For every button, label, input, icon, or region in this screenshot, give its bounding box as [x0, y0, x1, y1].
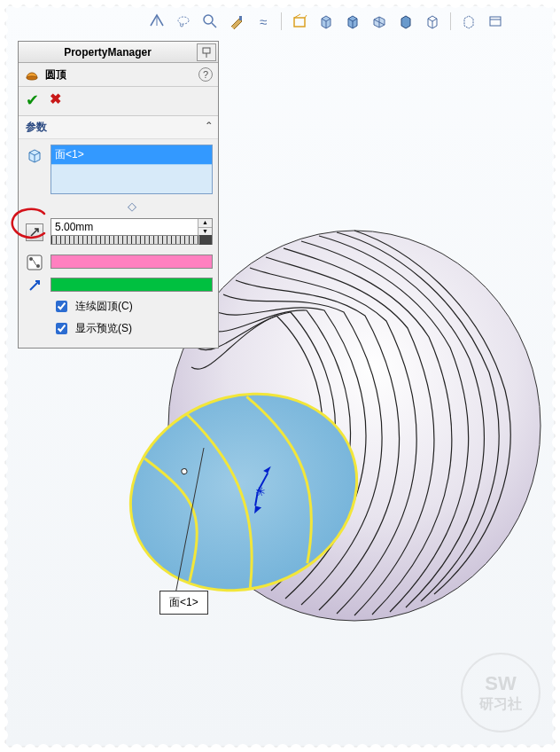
continuous-dome-checkbox[interactable] — [56, 301, 67, 312]
svg-rect-14 — [239, 16, 242, 20]
wireframe-icon[interactable] — [422, 11, 443, 32]
hidden-icon[interactable] — [458, 11, 479, 32]
approx-icon[interactable]: ≈ — [253, 11, 274, 32]
svg-point-11 — [178, 17, 189, 24]
spin-up[interactable]: ▲ — [198, 219, 212, 228]
svg-line-13 — [212, 23, 216, 27]
plane-icon[interactable] — [146, 11, 167, 32]
panel-title-text: PropertyManager — [19, 46, 197, 59]
heads-up-toolbar: ≈ — [146, 11, 506, 32]
cube2-icon[interactable] — [342, 11, 363, 32]
feature-name: 圆顶 — [45, 67, 198, 82]
draft-icon[interactable] — [289, 11, 310, 32]
expand-indicator: ◇ — [51, 200, 213, 213]
face-item[interactable]: 面<1> — [51, 145, 212, 165]
section-params-header[interactable]: 参数 ˆ — [19, 116, 218, 139]
cancel-button[interactable]: ✖ — [50, 90, 61, 110]
show-preview-row[interactable]: 显示预览(S) — [52, 320, 213, 337]
distance-input[interactable] — [51, 219, 198, 235]
constraint-icon — [26, 254, 43, 271]
brush-icon[interactable] — [226, 11, 247, 32]
distance-input-group: ▲ ▼ — [51, 218, 213, 236]
face-selection-list[interactable]: 面<1> — [51, 145, 213, 194]
cube1-icon[interactable] — [315, 11, 337, 32]
property-manager-panel: PropertyManager 圆顶 ? ✔ ✖ 参数 ˆ 面<1> ◇ — [18, 41, 219, 349]
color-swatch-green[interactable] — [51, 278, 213, 292]
callout-text: 面<1> — [169, 596, 198, 608]
feature-row: 圆顶 ? — [19, 63, 218, 87]
confirm-row: ✔ ✖ — [19, 87, 218, 116]
show-preview-label: 显示预览(S) — [75, 321, 132, 336]
separator — [450, 12, 451, 30]
direction-arrow-icon — [27, 278, 42, 293]
section-title: 参数 — [26, 120, 206, 135]
face-callout[interactable]: 面<1> — [159, 591, 208, 615]
isometric-icon[interactable] — [369, 11, 390, 32]
svg-line-17 — [305, 15, 307, 18]
distance-arrow-icon[interactable] — [26, 223, 43, 241]
pin-icon[interactable] — [197, 43, 216, 61]
magnify-icon[interactable] — [199, 11, 221, 32]
svg-rect-15 — [294, 18, 305, 27]
panel-titlebar: PropertyManager — [19, 42, 218, 63]
shaded-icon[interactable] — [395, 11, 416, 32]
ok-button[interactable]: ✔ — [26, 90, 39, 110]
continuous-dome-row[interactable]: 连续圆顶(C) — [52, 298, 213, 315]
distance-slider[interactable] — [51, 236, 213, 245]
continuous-dome-label: 连续圆顶(C) — [75, 299, 133, 314]
separator — [281, 12, 282, 30]
color-swatch-pink[interactable] — [51, 255, 213, 269]
svg-rect-22 — [203, 48, 210, 53]
svg-rect-20 — [490, 17, 501, 26]
spin-down[interactable]: ▼ — [198, 228, 212, 236]
window-icon[interactable] — [485, 11, 506, 32]
help-icon[interactable]: ? — [198, 67, 213, 82]
show-preview-checkbox[interactable] — [56, 323, 67, 334]
svg-point-24 — [27, 76, 37, 80]
dome-icon — [24, 67, 40, 82]
svg-point-12 — [204, 15, 213, 24]
collapse-icon[interactable]: ˆ — [206, 121, 211, 135]
face-select-icon — [26, 146, 43, 164]
lasso-icon[interactable] — [173, 11, 194, 32]
